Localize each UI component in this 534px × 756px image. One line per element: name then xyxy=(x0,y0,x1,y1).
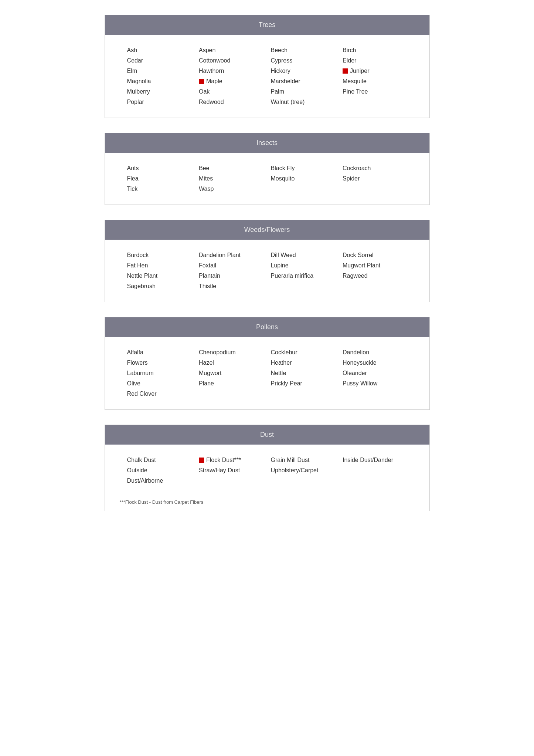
column-trees-2: BeechCypressHickoryMarshelderPalmWalnut … xyxy=(271,46,343,107)
list-item: Plantain xyxy=(199,271,271,280)
item-label: Tick xyxy=(127,185,138,193)
section-header-dust: Dust xyxy=(105,425,429,445)
column-weeds-flowers-3: Dock SorrelMugwort PlantRagweed xyxy=(343,251,415,291)
item-label: Elm xyxy=(127,67,137,75)
section-body-pollens: AlfalfaFlowersLaburnumOliveRed CloverChe… xyxy=(105,337,429,409)
list-item: Mugwort Plant xyxy=(343,261,415,270)
section-body-trees: AshCedarElmMagnoliaMulberryPoplarAspenCo… xyxy=(105,35,429,118)
item-label: Burdock xyxy=(127,251,149,260)
page-wrapper: TreesAshCedarElmMagnoliaMulberryPoplarAs… xyxy=(97,0,437,548)
item-label: Pueraria mirifica xyxy=(271,271,314,280)
list-item: Thistle xyxy=(199,282,271,291)
list-item: Prickly Pear xyxy=(271,379,343,388)
list-item: Cottonwood xyxy=(199,56,271,65)
list-item: Magnolia xyxy=(127,77,199,86)
column-weeds-flowers-2: Dill WeedLupinePueraria mirifica xyxy=(271,251,343,291)
list-item: Beech xyxy=(271,46,343,55)
item-label: Mugwort Plant xyxy=(343,261,380,270)
list-item: Nettle Plant xyxy=(127,271,199,280)
list-item: Elder xyxy=(343,56,415,65)
list-item: Chalk Dust xyxy=(127,456,199,465)
column-pollens-0: AlfalfaFlowersLaburnumOliveRed Clover xyxy=(127,348,199,398)
item-label: Prickly Pear xyxy=(271,379,302,388)
list-item: Inside Dust/Dander xyxy=(343,456,415,465)
item-label: Beech xyxy=(271,46,288,55)
list-item: Ragweed xyxy=(343,271,415,280)
item-label: Aspen xyxy=(199,46,215,55)
list-item: Dock Sorrel xyxy=(343,251,415,260)
list-item: Burdock xyxy=(127,251,199,260)
item-label: Mites xyxy=(199,174,213,183)
list-item: Dandelion xyxy=(343,348,415,357)
item-label: Chenopodium xyxy=(199,348,236,357)
item-label: Walnut (tree) xyxy=(271,98,305,107)
item-label: Cockroach xyxy=(343,164,371,173)
list-item: Aspen xyxy=(199,46,271,55)
list-item: Juniper xyxy=(343,67,415,75)
item-label: Flock Dust*** xyxy=(206,456,241,465)
list-item: Redwood xyxy=(199,98,271,107)
section-header-insects: Insects xyxy=(105,133,429,153)
item-label: Hickory xyxy=(271,67,290,75)
item-label: Poplar xyxy=(127,98,144,107)
item-label: Elder xyxy=(343,56,356,65)
item-label: Laburnum xyxy=(127,369,154,378)
section-body-dust: Chalk DustOutsideDust/AirborneFlock Dust… xyxy=(105,445,429,496)
item-label: Dandelion xyxy=(343,348,369,357)
section-pollens: PollensAlfalfaFlowersLaburnumOliveRed Cl… xyxy=(105,317,430,410)
list-item: Poplar xyxy=(127,98,199,107)
list-item: Walnut (tree) xyxy=(271,98,343,107)
item-label: Upholstery/Carpet xyxy=(271,466,319,475)
list-item: Sagebrush xyxy=(127,282,199,291)
list-item: Fat Hen xyxy=(127,261,199,270)
item-label: Maple xyxy=(206,77,222,86)
item-label: Marshelder xyxy=(271,77,300,86)
list-item: Black Fly xyxy=(271,164,343,173)
section-body-insects: AntsFleaTickBeeMitesWaspBlack FlyMosquit… xyxy=(105,153,429,205)
column-dust-3: Inside Dust/Dander xyxy=(343,456,415,485)
list-item: Cypress xyxy=(271,56,343,65)
item-label: Hazel xyxy=(199,358,214,367)
item-label: Bee xyxy=(199,164,209,173)
item-label: Sagebrush xyxy=(127,282,156,291)
section-weeds-flowers: Weeds/FlowersBurdockFat HenNettle PlantS… xyxy=(105,220,430,302)
section-trees: TreesAshCedarElmMagnoliaMulberryPoplarAs… xyxy=(105,15,430,118)
list-item: Flock Dust*** xyxy=(199,456,271,465)
list-item: Dust/Airborne xyxy=(127,476,199,485)
list-item: Ash xyxy=(127,46,199,55)
column-dust-1: Flock Dust***Straw/Hay Dust xyxy=(199,456,271,485)
column-insects-0: AntsFleaTick xyxy=(127,164,199,193)
list-item: Grain Mill Dust xyxy=(271,456,343,465)
section-insects: InsectsAntsFleaTickBeeMitesWaspBlack Fly… xyxy=(105,133,430,205)
list-item: Flowers xyxy=(127,358,199,367)
column-pollens-1: ChenopodiumHazelMugwortPlane xyxy=(199,348,271,398)
item-label: Dust/Airborne xyxy=(127,476,163,485)
list-item: Nettle xyxy=(271,369,343,378)
column-trees-3: BirchElderJuniperMesquitePine Tree xyxy=(343,46,415,107)
item-label: Nettle Plant xyxy=(127,271,158,280)
red-marker-icon xyxy=(199,458,204,463)
list-item: Chenopodium xyxy=(199,348,271,357)
item-label: Wasp xyxy=(199,185,214,193)
item-label: Straw/Hay Dust xyxy=(199,466,240,475)
item-label: Pussy Willow xyxy=(343,379,377,388)
item-label: Plantain xyxy=(199,271,220,280)
item-label: Alfalfa xyxy=(127,348,143,357)
list-item: Pueraria mirifica xyxy=(271,271,343,280)
section-body-weeds-flowers: BurdockFat HenNettle PlantSagebrushDande… xyxy=(105,240,429,302)
list-item: Dandelion Plant xyxy=(199,251,271,260)
section-dust: DustChalk DustOutsideDust/AirborneFlock … xyxy=(105,425,430,511)
list-item: Elm xyxy=(127,67,199,75)
item-label: Dill Weed xyxy=(271,251,296,260)
list-item: Bee xyxy=(199,164,271,173)
list-item: Mesquite xyxy=(343,77,415,86)
item-label: Plane xyxy=(199,379,214,388)
item-label: Oak xyxy=(199,87,210,96)
list-item: Heather xyxy=(271,358,343,367)
list-item: Marshelder xyxy=(271,77,343,86)
item-label: Black Fly xyxy=(271,164,295,173)
item-label: Redwood xyxy=(199,98,224,107)
item-label: Grain Mill Dust xyxy=(271,456,310,465)
list-item: Pine Tree xyxy=(343,87,415,96)
item-label: Foxtail xyxy=(199,261,216,270)
